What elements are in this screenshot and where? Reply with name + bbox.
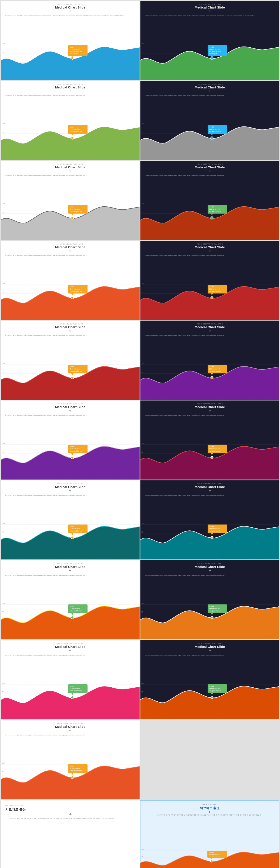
slide-card-20[interactable]: 해당 슬라이드는 (이상) 의료차트 출산 ✢ 이 슬라이드에서는 의료 차트 …: [1, 800, 279, 868]
svg-text:est quasi laborum: est quasi laborum: [209, 211, 221, 212]
slide-subtitle-7: YOUR COMPANY FULL NAME: [5, 243, 135, 245]
slide-title-11: Medical Chart Slide: [5, 405, 135, 409]
slide-card-11[interactable]: YOUR COMPANY FULL NAME Medical Chart Sli…: [1, 401, 140, 479]
svg-point-45: [211, 57, 213, 59]
chart-area-18: 100755025 JanFebMarAprMayJunJulAug 6 poi…: [140, 676, 279, 719]
svg-text:100: 100: [141, 203, 144, 205]
slide-card-16[interactable]: YOUR COMPANY FULL NAME Medical Chart Sli…: [140, 560, 279, 639]
slide-title-17: Medical Chart Slide: [5, 645, 135, 649]
chart-icon-11: ✢: [5, 409, 135, 412]
slide-card-4[interactable]: YOUR COMPANY FULL NAME Medical Chart Sli…: [140, 81, 279, 160]
slide-card-6[interactable]: YOUR COMPANY FULL NAME Medical Chart Sli…: [140, 161, 279, 240]
chart-area-4: 100755025 JanFebMarAprMayJunJulAug 6 poi…: [140, 116, 279, 160]
slide-body-17: Et inventore vel est quasi laborum eos a…: [1, 654, 140, 656]
svg-text:est quasi laborum: est quasi laborum: [209, 690, 221, 692]
svg-point-331: [71, 616, 74, 619]
slide-card-13[interactable]: YOUR COMPANY FULL NAME Medical Chart Sli…: [1, 480, 140, 559]
slide-card-8[interactable]: YOUR COMPANY FULL NAME Medical Chart Sli…: [140, 241, 279, 320]
slide-header-4: YOUR COMPANY FULL NAME Medical Chart Sli…: [140, 81, 279, 94]
slide-card-15[interactable]: YOUR COMPANY FULL NAME Medical Chart Sli…: [1, 560, 140, 639]
svg-marker-415: [71, 773, 74, 775]
svg-text:est quasi laborum: est quasi laborum: [209, 131, 221, 132]
slide-title-2: Medical Chart Slide: [145, 5, 275, 9]
svg-text:Et inventore vel: Et inventore vel: [209, 288, 220, 290]
svg-text:Et inventore vel: Et inventore vel: [70, 49, 80, 50]
slide-subtitle-1: YOUR COMPANY FULL NAME: [5, 3, 135, 5]
slide-body-4: Et inventore vel est quasi laborum eos a…: [140, 94, 279, 97]
slide-card-1[interactable]: YOUR COMPANY FULL NAME Medical Chart Sli…: [1, 1, 140, 80]
svg-text:6 point: 6 point: [70, 686, 74, 687]
slide-body-6: Et inventore vel est quasi laborum eos a…: [140, 174, 279, 177]
slide-subtitle-8: YOUR COMPANY FULL NAME: [145, 243, 275, 245]
svg-point-133: [211, 217, 213, 219]
svg-marker-217: [211, 373, 213, 375]
slide-card-5[interactable]: YOUR COMPANY FULL NAME Medical Chart Sli…: [1, 161, 140, 240]
svg-text:100: 100: [141, 849, 144, 850]
chart-area-10: 100755025 JanFebMarAprMayJunJulAug 6 poi…: [140, 356, 279, 400]
chart-area-14: 100755025 JanFebMarAprMayJunJulAug 6 poi…: [140, 516, 279, 559]
chart-icon-19: ✢: [5, 729, 135, 732]
svg-text:Et inventore vel: Et inventore vel: [209, 448, 220, 450]
svg-marker-107: [71, 214, 74, 215]
svg-marker-129: [211, 214, 213, 215]
svg-text:6 point: 6 point: [70, 126, 74, 128]
svg-text:100: 100: [141, 522, 144, 524]
slide-subtitle-18: YOUR COMPANY FULL NAME: [145, 643, 275, 644]
slide-card-12[interactable]: YOUR COMPANY FULL NAME Medical Chart Sli…: [140, 401, 279, 479]
chart-area-11: 100755025 JanFebMarAprMayJunJulAug 6 poi…: [1, 436, 140, 479]
slide-card-2[interactable]: YOUR COMPANY FULL NAME Medical Chart Sli…: [140, 1, 279, 80]
svg-text:est quasi laborum: est quasi laborum: [209, 855, 221, 857]
svg-text:Et inventore vel: Et inventore vel: [70, 688, 80, 689]
chart-icon-18: ✢: [145, 649, 275, 652]
svg-text:est quasi laborum: est quasi laborum: [70, 211, 82, 212]
slide-title-4: Medical Chart Slide: [145, 85, 275, 89]
chart-icon-15: ✢: [5, 569, 135, 572]
slide-card-18[interactable]: YOUR COMPANY FULL NAME Medical Chart Sli…: [140, 640, 279, 719]
svg-marker-261: [211, 453, 213, 455]
chart-icon-3: ✢: [5, 90, 135, 93]
svg-text:100: 100: [2, 123, 5, 125]
chart-area-13: 100755025 JanFebMarAprMayJunJulAug 6 poi…: [1, 516, 140, 559]
svg-text:75: 75: [2, 52, 4, 54]
slide-card-10[interactable]: YOUR COMPANY FULL NAME Medical Chart Sli…: [140, 320, 279, 400]
svg-text:100: 100: [2, 522, 5, 524]
slide-card-7[interactable]: YOUR COMPANY FULL NAME Medical Chart Sli…: [1, 241, 140, 320]
slide-body-19: Et inventore vel est quasi laborum eos a…: [1, 734, 140, 736]
svg-text:75: 75: [141, 371, 143, 373]
svg-text:6 point: 6 point: [70, 286, 74, 288]
svg-text:6 point: 6 point: [70, 766, 74, 767]
slide-header-3: YOUR COMPANY FULL NAME Medical Chart Sli…: [1, 81, 140, 94]
chart-area-6: 100755025 JanFebMarAprMayJunJulAug 6 poi…: [140, 196, 279, 240]
svg-marker-63: [71, 134, 74, 135]
svg-text:75: 75: [2, 451, 4, 453]
slide-card-9[interactable]: YOUR COMPANY FULL NAME Medical Chart Sli…: [1, 320, 140, 400]
slide-header-14: YOUR COMPANY FULL NAME Medical Chart Sli…: [140, 480, 279, 494]
svg-text:6 point: 6 point: [70, 366, 74, 368]
slide-header-1: YOUR COMPANY FULL NAME Medical Chart Sli…: [1, 1, 140, 14]
svg-text:75: 75: [141, 52, 143, 54]
slide-body-10: Et inventore vel est quasi laborum eos a…: [140, 334, 279, 337]
slide-card-14[interactable]: YOUR COMPANY FULL NAME Medical Chart Sli…: [140, 480, 279, 559]
svg-text:100: 100: [2, 602, 5, 604]
svg-text:100: 100: [2, 203, 5, 205]
svg-text:100: 100: [2, 283, 5, 284]
svg-point-265: [211, 456, 213, 459]
svg-text:Et inventore vel: Et inventore vel: [70, 768, 80, 769]
slide-card-17[interactable]: YOUR COMPANY FULL NAME Medical Chart Sli…: [1, 640, 140, 719]
slide-card-19[interactable]: YOUR COMPANY FULL NAME Medical Chart Sli…: [1, 720, 140, 799]
svg-text:6 point: 6 point: [209, 606, 214, 608]
chart-icon-17: ✢: [5, 649, 135, 652]
slide-header-8: YOUR COMPANY FULL NAME Medical Chart Sli…: [140, 241, 279, 254]
chart-icon-13: ✢: [5, 489, 135, 492]
slide-header-2: YOUR COMPANY FULL NAME Medical Chart Sli…: [140, 1, 279, 14]
slide-header-5: YOUR COMPANY FULL NAME Medical Chart Sli…: [1, 161, 140, 174]
svg-text:est quasi laborum: est quasi laborum: [70, 51, 82, 53]
svg-text:6 point: 6 point: [209, 851, 214, 853]
chart-area-3: 100755025 JanFebMarAprMayJunJulAug 6 poi…: [1, 116, 140, 160]
svg-text:75: 75: [2, 371, 4, 373]
chart-icon-7: ✢: [5, 249, 135, 252]
svg-marker-371: [71, 693, 74, 695]
slide-subtitle-17: YOUR COMPANY FULL NAME: [5, 643, 135, 644]
svg-text:100: 100: [141, 363, 144, 365]
slide-card-3[interactable]: YOUR COMPANY FULL NAME Medical Chart Sli…: [1, 81, 140, 160]
